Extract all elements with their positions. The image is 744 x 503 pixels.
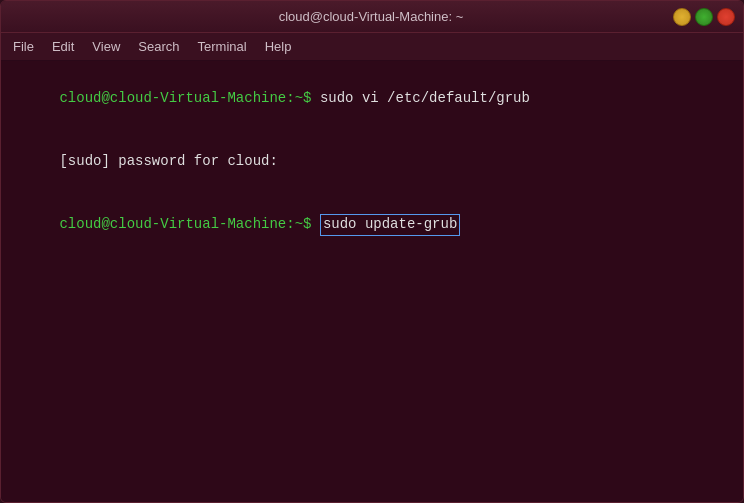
terminal-line-3: cloud@cloud-Virtual-Machine:~$ sudo upda… [9,193,735,257]
minimize-icon: – [679,11,685,22]
close-icon: ✕ [722,11,730,22]
prompt-1: cloud@cloud-Virtual-Machine:~$ [59,90,319,106]
close-button[interactable]: ✕ [717,8,735,26]
terminal-line-2: [sudo] password for cloud: [9,130,735,193]
maximize-button[interactable]: □ [695,8,713,26]
prompt-3: cloud@cloud-Virtual-Machine:~$ [59,216,319,232]
minimize-button[interactable]: – [673,8,691,26]
terminal-body[interactable]: cloud@cloud-Virtual-Machine:~$ sudo vi /… [1,61,743,502]
title-bar: cloud@cloud-Virtual-Machine: ~ – □ ✕ [1,1,743,33]
menu-file[interactable]: File [5,37,42,56]
password-prompt: [sudo] password for cloud: [59,153,277,169]
menu-help[interactable]: Help [257,37,300,56]
command-1: sudo vi /etc/default/grub [320,90,530,106]
window-title: cloud@cloud-Virtual-Machine: ~ [69,9,673,24]
menu-edit[interactable]: Edit [44,37,82,56]
window-controls: – □ ✕ [673,8,735,26]
maximize-icon: □ [701,11,707,22]
menu-view[interactable]: View [84,37,128,56]
menu-terminal[interactable]: Terminal [190,37,255,56]
terminal-window: cloud@cloud-Virtual-Machine: ~ – □ ✕ Fil… [0,0,744,503]
current-command: sudo update-grub [320,214,460,236]
menu-search[interactable]: Search [130,37,187,56]
terminal-line-1: cloud@cloud-Virtual-Machine:~$ sudo vi /… [9,67,735,130]
menu-bar: File Edit View Search Terminal Help [1,33,743,61]
